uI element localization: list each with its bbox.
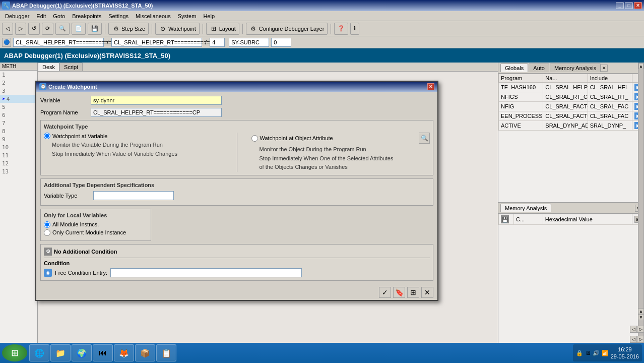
tray-icon-4: 📶	[602, 350, 609, 356]
radio-col-variable: Watchpoint at Variable Monitor the Varia…	[44, 133, 223, 172]
free-condition-label: Free Condition Entry:	[55, 270, 107, 276]
variable-desc2: Stop Immediately When Value of Variable …	[52, 150, 223, 159]
bookmark-button[interactable]: 🔖	[393, 287, 405, 298]
additional-specs-title: Additional Type Dependent Specifications	[44, 182, 430, 188]
taskbar-tray: 🔒 🖥 🔊 📶 16:29 29-05-2016	[573, 344, 642, 361]
watchpoint-type-title: Watchpoint Type	[44, 124, 430, 130]
radio-object[interactable]	[251, 135, 258, 142]
chrome-icon: 🌍	[76, 347, 87, 358]
radio-current-module-row: Only Current Module Instance	[44, 229, 148, 236]
dialog-close-button[interactable]: ✕	[427, 83, 434, 90]
no-additional-label: No Additional Condition	[54, 249, 117, 255]
watchpoint-radio-cols: Watchpoint at Variable Monitor the Varia…	[44, 133, 430, 172]
variable-desc1: Monitor the Variable During the Program …	[52, 141, 223, 150]
clock-time: 16:29	[611, 346, 639, 353]
free-condition-row: ◉ Free Condition Entry:	[44, 268, 430, 277]
clock-date: 29-05-2016	[611, 353, 639, 360]
tray-icon-3: 🔊	[593, 350, 600, 356]
tray-icon-2: 🖥	[585, 350, 591, 356]
dialog-buttons: ✓ 🔖 ⊞ ✕	[36, 285, 437, 300]
object-desc2: Stop Immediately When One of the Selecte…	[260, 154, 430, 163]
table-button[interactable]: ⊞	[407, 287, 419, 298]
taskbar-item-app2[interactable]: 📋	[156, 344, 176, 361]
explorer-icon: 📁	[55, 347, 66, 358]
program-name-input[interactable]	[91, 108, 222, 117]
dialog-title-text: Create Watchpoint	[48, 84, 97, 90]
system-clock: 16:29 29-05-2016	[611, 346, 639, 360]
locals-section: Only for Local Variables All Module Inst…	[40, 209, 151, 241]
ie-icon: 🌐	[34, 347, 45, 358]
taskbar-item-chrome[interactable]: 🌍	[72, 344, 92, 361]
condition-icon: ⚙	[44, 248, 52, 256]
program-name-label: Program Name	[40, 109, 91, 115]
radio-all-modules-row: All Module Instncs.	[44, 221, 148, 228]
dialog-body: Variable Program Name Watchpoint Type	[36, 92, 437, 285]
radio-all-modules[interactable]	[44, 221, 50, 228]
dialog-icon: ⌚	[39, 83, 46, 90]
radio-variable[interactable]	[44, 133, 50, 139]
media-icon: ⏮	[97, 347, 108, 358]
ok-icon: ✓	[382, 288, 388, 296]
taskbar: ⊞ 🌐 📁 🌍 ⏮ 🦊 📦 📋 🔒 🖥 🔊 📶 16:29 29-05-	[0, 343, 644, 363]
variable-input[interactable]	[91, 96, 222, 105]
object-desc1: Monitor the Object During the Program Ru…	[260, 145, 430, 154]
radio-variable-label: Watchpoint at Variable	[52, 133, 107, 139]
variable-type-label: Variable Type	[44, 193, 89, 199]
taskbar-item-explorer[interactable]: 📁	[50, 344, 71, 361]
object-attribute-btn[interactable]: 🔍	[419, 133, 430, 144]
variable-type-input[interactable]	[93, 191, 174, 200]
taskbar-item-app1[interactable]: 📦	[135, 344, 155, 361]
watchpoint-type-section: Watchpoint Type Watchpoint at Variable M…	[40, 120, 433, 175]
app-window: 🔧 ABAP Debugger(1) (Exclusive)(STRAVISS1…	[0, 0, 644, 343]
cancel-dialog-button[interactable]: ✕	[421, 287, 433, 298]
taskbar-items: 🌐 📁 🌍 ⏮ 🦊 📦 📋	[29, 344, 573, 361]
variable-row: Variable	[40, 96, 433, 105]
taskbar-item-ie[interactable]: 🌐	[29, 344, 49, 361]
start-button[interactable]: ⊞	[2, 344, 27, 361]
radio-object-row: Watchpoint at Object Attribute 🔍	[251, 133, 430, 144]
condition-section: ⚙ No Additional Condition Condition ◉ Fr…	[40, 244, 433, 281]
locals-title: Only for Local Variables	[44, 212, 148, 218]
taskbar-item-ff[interactable]: 🦊	[114, 344, 134, 361]
taskbar-item-media[interactable]: ⏮	[93, 344, 113, 361]
additional-specs-section: Additional Type Dependent Specifications…	[40, 178, 433, 206]
create-watchpoint-dialog: ⌚ Create Watchpoint ✕ Variable Program N…	[35, 81, 438, 301]
radio-current-module[interactable]	[44, 229, 50, 236]
bookmark-icon: 🔖	[395, 288, 404, 296]
condition-header: ⚙ No Additional Condition	[44, 248, 430, 256]
radio-current-module-label: Only Current Module Instance	[52, 229, 126, 235]
radio-col-object: Watchpoint at Object Attribute 🔍 Monitor…	[251, 133, 430, 172]
radio-variable-row: Watchpoint at Variable	[44, 133, 223, 139]
tray-icon-1: 🔒	[576, 350, 583, 356]
ok-button[interactable]: ✓	[379, 287, 391, 298]
radio-object-label: Watchpoint at Object Attribute	[260, 135, 333, 141]
app2-icon: 📋	[161, 347, 172, 358]
free-condition-input[interactable]	[110, 268, 302, 277]
cancel-icon: ✕	[424, 288, 430, 296]
radio-all-modules-label: All Module Instncs.	[52, 221, 99, 227]
app1-icon: 📦	[140, 347, 151, 358]
variable-label: Variable	[40, 97, 91, 103]
program-name-row: Program Name	[40, 108, 433, 117]
variable-type-row: Variable Type	[44, 191, 430, 200]
object-icon: 🔍	[421, 135, 428, 142]
object-desc3: of the Objects Changes or Vanishes	[260, 163, 430, 172]
table-icon: ⊞	[410, 288, 416, 296]
free-condition-icon: ◉	[44, 269, 52, 277]
dialog-title-bar: ⌚ Create Watchpoint ✕	[36, 82, 437, 92]
condition-title-divider: Condition	[44, 258, 430, 266]
locals-area: Only for Local Variables All Module Inst…	[40, 209, 433, 241]
dialog-overlay: ⌚ Create Watchpoint ✕ Variable Program N…	[0, 0, 644, 343]
condition-title: Condition	[44, 260, 70, 266]
ff-icon: 🦊	[118, 347, 130, 358]
type-divider	[237, 133, 237, 172]
